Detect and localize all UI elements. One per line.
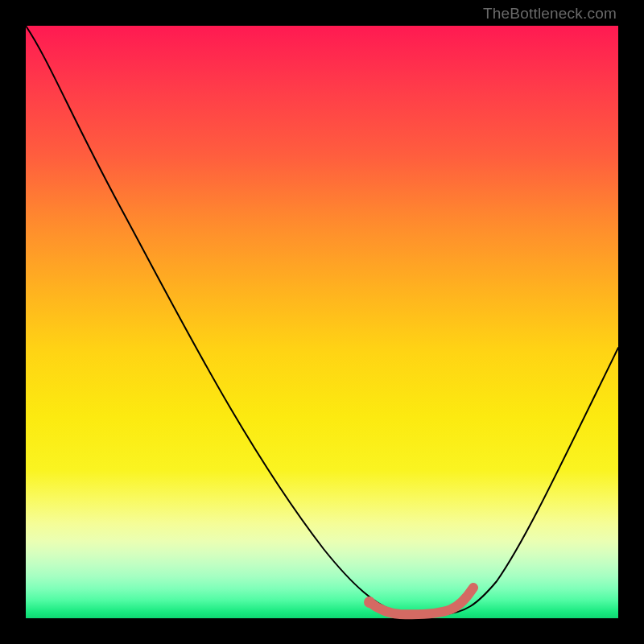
plot-area [26, 26, 618, 618]
bottleneck-curve [26, 26, 618, 614]
chart-frame: TheBottleneck.com [0, 0, 644, 644]
optimal-range-start-dot [364, 597, 375, 608]
optimal-range-highlight [369, 588, 473, 614]
curve-svg [26, 26, 618, 618]
watermark-text: TheBottleneck.com [483, 5, 617, 23]
